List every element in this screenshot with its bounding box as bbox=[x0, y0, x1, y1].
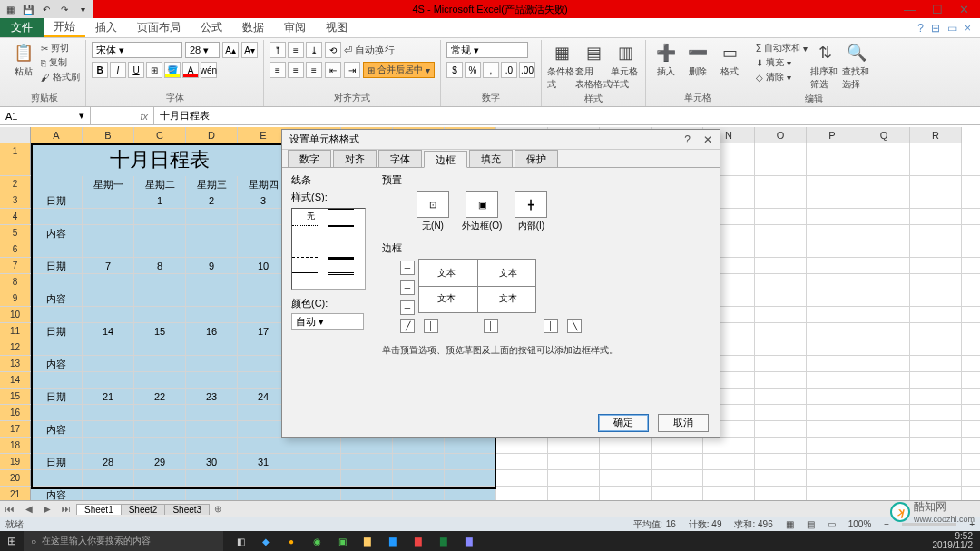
cell[interactable] bbox=[858, 405, 910, 420]
sheet-tab-3[interactable]: Sheet3 bbox=[164, 504, 210, 515]
sheet-tab-1[interactable]: Sheet1 bbox=[76, 504, 122, 515]
cell[interactable] bbox=[83, 470, 134, 486]
border-top-button[interactable]: ─ bbox=[400, 261, 415, 275]
comma-icon[interactable]: , bbox=[483, 62, 499, 78]
cell[interactable] bbox=[755, 176, 807, 192]
cell[interactable] bbox=[134, 225, 186, 241]
cell[interactable] bbox=[858, 356, 910, 371]
cell[interactable] bbox=[186, 421, 238, 437]
font-size-dropdown[interactable]: 28 ▾ bbox=[185, 42, 220, 58]
row-header[interactable]: 12 bbox=[0, 339, 31, 355]
merge-center-button[interactable]: ⊞ 合并后居中 ▾ bbox=[363, 62, 435, 78]
dlg-tab-border[interactable]: 边框 bbox=[424, 151, 467, 168]
cell[interactable] bbox=[755, 225, 807, 241]
fill-color-button[interactable]: 🪣 bbox=[164, 62, 181, 78]
row-header[interactable]: 3 bbox=[0, 192, 31, 208]
cond-format-button[interactable]: ▦条件格式 bbox=[547, 42, 576, 91]
cell[interactable] bbox=[807, 405, 858, 420]
row-header[interactable]: 10 bbox=[0, 307, 31, 322]
cell[interactable]: 星期三 bbox=[186, 176, 238, 192]
cell[interactable] bbox=[755, 258, 807, 273]
cell[interactable] bbox=[910, 356, 962, 371]
cell[interactable] bbox=[858, 143, 910, 176]
cell[interactable] bbox=[858, 372, 910, 388]
app-icon-4[interactable]: ▣ bbox=[334, 533, 350, 549]
cell[interactable] bbox=[186, 209, 238, 224]
app-icon-1[interactable]: ◆ bbox=[258, 533, 274, 549]
cell[interactable] bbox=[807, 290, 858, 306]
ok-button[interactable]: 确定 bbox=[598, 414, 649, 432]
cell[interactable] bbox=[31, 176, 83, 192]
cell[interactable] bbox=[755, 339, 807, 355]
cell[interactable]: 内容 bbox=[31, 356, 83, 371]
cell[interactable]: 星期一 bbox=[83, 176, 134, 192]
cell-style-button[interactable]: ▥单元格样式 bbox=[611, 42, 640, 91]
cell[interactable] bbox=[858, 209, 910, 224]
cell[interactable] bbox=[83, 209, 134, 224]
col-header-P[interactable]: P bbox=[807, 127, 858, 143]
cell[interactable] bbox=[496, 470, 548, 486]
row-header[interactable]: 16 bbox=[0, 405, 31, 420]
cell[interactable]: 日期 bbox=[31, 454, 83, 469]
cell[interactable] bbox=[134, 372, 186, 388]
phonetic-button[interactable]: wén bbox=[201, 62, 217, 78]
cell[interactable] bbox=[858, 225, 910, 241]
app-icon-3[interactable]: ◉ bbox=[309, 533, 325, 549]
cell[interactable]: 日期 bbox=[31, 258, 83, 273]
cell[interactable] bbox=[755, 389, 807, 404]
cell[interactable] bbox=[186, 225, 238, 241]
cell[interactable]: 8 bbox=[134, 258, 186, 273]
dialog-help-icon[interactable]: ? bbox=[684, 133, 691, 146]
border-right-button[interactable]: │ bbox=[544, 319, 558, 333]
cell[interactable] bbox=[910, 176, 962, 192]
cell[interactable] bbox=[134, 438, 186, 453]
align-center-icon[interactable]: ≡ bbox=[288, 62, 304, 78]
cell[interactable] bbox=[83, 339, 134, 355]
cell[interactable]: 日期 bbox=[31, 389, 83, 404]
zoom-value[interactable]: 100% bbox=[848, 519, 872, 529]
cell[interactable] bbox=[186, 372, 238, 388]
delete-button[interactable]: ➖删除 bbox=[683, 42, 712, 78]
tab-formula[interactable]: 公式 bbox=[191, 18, 232, 37]
cell[interactable] bbox=[341, 470, 393, 486]
cell[interactable] bbox=[755, 274, 807, 290]
cell[interactable] bbox=[755, 241, 807, 257]
copy-button[interactable]: ⎘ 复制 bbox=[41, 56, 80, 69]
cell[interactable] bbox=[858, 470, 910, 486]
cell[interactable] bbox=[186, 470, 238, 486]
cell[interactable] bbox=[83, 307, 134, 322]
line-style-picker[interactable]: 无 bbox=[291, 208, 366, 290]
excel-taskbar-icon[interactable]: ▇ bbox=[436, 533, 452, 549]
format-painter-button[interactable]: 🖌 格式刷 bbox=[41, 71, 80, 84]
cell[interactable] bbox=[755, 323, 807, 339]
cell[interactable] bbox=[134, 290, 186, 306]
cell[interactable] bbox=[807, 176, 858, 192]
folder-icon[interactable]: ▇ bbox=[359, 533, 376, 549]
col-header-D[interactable]: D bbox=[186, 127, 238, 143]
cell[interactable] bbox=[807, 421, 858, 437]
paste-button[interactable]: 📋粘贴 bbox=[9, 42, 38, 78]
indent-inc-icon[interactable]: ⇥ bbox=[344, 62, 360, 78]
cell[interactable] bbox=[393, 454, 445, 469]
cell[interactable] bbox=[83, 372, 134, 388]
cell[interactable] bbox=[807, 241, 858, 257]
cell[interactable] bbox=[703, 454, 755, 469]
cell[interactable] bbox=[186, 307, 238, 322]
cell[interactable] bbox=[807, 323, 858, 339]
taskbar-search[interactable]: ○ 在这里输入你要搜索的内容 bbox=[24, 531, 223, 551]
minimize-icon[interactable]: — bbox=[904, 3, 916, 16]
orientation-icon[interactable]: ⟲ bbox=[325, 42, 341, 58]
cell[interactable] bbox=[548, 438, 600, 453]
autosum-button[interactable]: Σ 自动求和 ▾ bbox=[756, 42, 808, 54]
cell[interactable] bbox=[548, 470, 600, 486]
cell[interactable] bbox=[807, 307, 858, 322]
cell[interactable]: 14 bbox=[83, 323, 134, 339]
sort-filter-button[interactable]: ⇅排序和筛选 bbox=[810, 42, 839, 91]
undo-icon[interactable]: ↶ bbox=[40, 3, 53, 15]
cell[interactable] bbox=[910, 274, 962, 290]
cell[interactable] bbox=[83, 192, 134, 208]
currency-icon[interactable]: $ bbox=[446, 62, 463, 78]
cell[interactable] bbox=[289, 454, 341, 469]
find-select-button[interactable]: 🔍查找和选择 bbox=[842, 42, 871, 91]
cell[interactable] bbox=[31, 405, 83, 420]
